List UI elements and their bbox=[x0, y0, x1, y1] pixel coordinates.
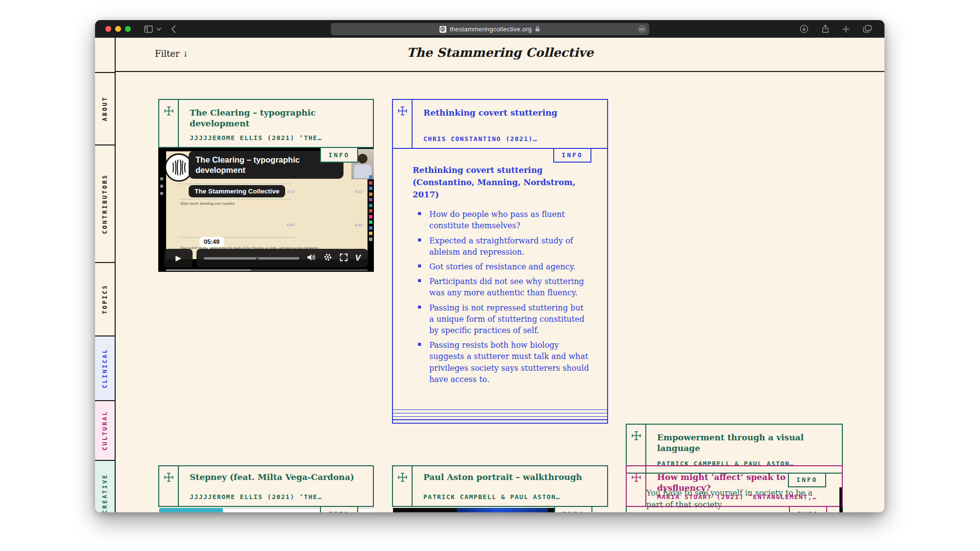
card-header: Paul Aston portrait – walkthrough PATRIC… bbox=[392, 465, 608, 507]
screenshare-scrollbar bbox=[166, 269, 368, 271]
settings-gear-icon[interactable] bbox=[323, 253, 332, 264]
app-sidebar-icons bbox=[160, 177, 163, 195]
list-item: Got stories of resistance and agency. bbox=[417, 261, 589, 272]
url-text: thestammeringcollective.org bbox=[450, 25, 532, 33]
list-item: Passing is not repressed stuttering but … bbox=[417, 302, 589, 336]
card-title[interactable]: Rethinking covert stuttering bbox=[423, 107, 600, 118]
document-text: flute start: blowing out candles bbox=[180, 202, 235, 206]
card-title[interactable]: Stepney (feat. Milta Vega-Cardona) bbox=[190, 472, 366, 482]
video-thumbnail-blue bbox=[457, 508, 548, 512]
fullscreen-icon[interactable] bbox=[340, 253, 348, 264]
info-tab[interactable]: INFO bbox=[788, 473, 826, 487]
card-title[interactable]: Empowerment through a visual language bbox=[657, 432, 809, 454]
video-thumbnail-dark bbox=[393, 508, 457, 512]
page-title: The Stammering Collective bbox=[116, 46, 884, 60]
expand-plus-icon[interactable] bbox=[393, 100, 413, 148]
document-annotation: 4′35″ bbox=[287, 190, 296, 194]
progress-bar[interactable] bbox=[204, 257, 299, 260]
card-footer-rules bbox=[393, 409, 607, 422]
reference-heading: Rethinking covert stuttering (Constantin… bbox=[413, 165, 589, 201]
category-rail: ABOUT CONTRIBUTORS TOPICS CLINICAL CULTU… bbox=[95, 38, 116, 512]
list-item: Expected a straightforward study of able… bbox=[417, 235, 589, 258]
document-rule bbox=[178, 184, 291, 184]
zoom-window-button[interactable] bbox=[125, 26, 131, 32]
card-title[interactable]: Paul Aston portrait – walkthrough bbox=[423, 472, 600, 482]
card-header: Stepney (feat. Milta Vega-Cardona) JJJJJ… bbox=[158, 465, 374, 507]
browser-titlebar: thestammeringcollective.org ⋯ bbox=[95, 20, 884, 38]
volume-icon[interactable] bbox=[307, 253, 316, 264]
expand-plus-icon[interactable] bbox=[159, 466, 179, 506]
card-the-clearing: The Clearing – typographic development J… bbox=[158, 99, 374, 272]
card-rethinking-covert-stuttering: Rethinking covert stuttering CHRIS CONST… bbox=[392, 99, 608, 424]
list-item: Passing resists both how biology suggest… bbox=[417, 339, 589, 385]
window-controls bbox=[105, 26, 131, 32]
expand-plus-icon[interactable] bbox=[159, 100, 179, 147]
card-scrollbar[interactable] bbox=[840, 507, 843, 512]
card-author: MARIA STUART (2021) ‘ENTANGLEMENT,… bbox=[657, 493, 835, 501]
document-rule bbox=[178, 237, 295, 238]
more-options-icon[interactable]: ⋯ bbox=[638, 25, 646, 33]
expand-plus-icon[interactable] bbox=[627, 466, 646, 506]
card-body: Rethinking covert stuttering (Constantin… bbox=[393, 149, 607, 385]
minimize-window-button[interactable] bbox=[115, 26, 121, 32]
document-annotation: 4′35″ bbox=[355, 190, 364, 194]
play-button[interactable]: ▶ bbox=[164, 249, 193, 267]
sidebar-item-clinical[interactable]: CLINICAL bbox=[95, 336, 115, 401]
info-tab[interactable]: INFO bbox=[789, 507, 827, 512]
timestamp-tooltip: 05:49 bbox=[199, 237, 224, 247]
card-author: CHRIS CONSTANTINO (2021)… bbox=[423, 135, 600, 143]
pdf-annotation-icons bbox=[369, 175, 372, 241]
vimeo-player[interactable]: and the process, that 4′35″ 4′35″ flute … bbox=[158, 148, 374, 272]
sidebar-item-contributors[interactable]: CONTRIBUTORS bbox=[95, 145, 115, 263]
sidebar-item-creative[interactable]: CREATIVE bbox=[95, 461, 115, 512]
toolbar-right-icons bbox=[800, 20, 872, 38]
downloads-icon[interactable] bbox=[800, 24, 808, 33]
card-author: PATRICK CAMPBELL & PAUL ASTON… bbox=[423, 493, 600, 501]
vimeo-logo-icon[interactable]: V bbox=[355, 253, 361, 263]
card-header: Rethinking covert stuttering CHRIS CONST… bbox=[393, 100, 607, 149]
card-title[interactable]: The Clearing – typographic development bbox=[190, 107, 366, 129]
card-author: JJJJJEROME ELLIS (2021) ‘THE… bbox=[190, 134, 366, 142]
share-icon[interactable] bbox=[822, 24, 829, 33]
player-controls: ▶ V bbox=[164, 249, 368, 267]
card-author: JJJJJEROME ELLIS (2021) ‘THE… bbox=[190, 493, 366, 501]
lock-icon bbox=[535, 25, 540, 34]
document-annotation: 6′45″ bbox=[287, 223, 296, 227]
sidebar-toggle-icon[interactable] bbox=[144, 25, 153, 33]
info-tab[interactable]: INFO bbox=[320, 148, 358, 163]
bullet-list: How do people who pass as fluent constit… bbox=[417, 209, 589, 385]
info-tab[interactable]: INFO bbox=[320, 507, 358, 512]
list-item: Participants did not see why stuttering … bbox=[417, 276, 589, 298]
back-button-icon[interactable] bbox=[171, 25, 176, 33]
list-item: How do people who pass as fluent constit… bbox=[417, 209, 589, 231]
video-byline-overlay: The Stammering Collective bbox=[189, 185, 285, 197]
document-annotation: 6′45″ bbox=[355, 223, 364, 227]
card-grid: The Clearing – typographic development J… bbox=[116, 72, 884, 512]
page-header: Filter ↓ The Stammering Collective bbox=[116, 38, 884, 72]
safari-window: thestammeringcollective.org ⋯ bbox=[95, 20, 884, 512]
chevron-down-icon[interactable] bbox=[156, 27, 161, 31]
sidebar-item-about[interactable]: ABOUT bbox=[95, 72, 115, 145]
info-tab[interactable]: INFO bbox=[554, 507, 592, 512]
soundcloud-artwork bbox=[159, 508, 223, 512]
document-rule bbox=[178, 199, 291, 199]
expand-plus-icon[interactable] bbox=[393, 466, 413, 506]
site-favicon-icon bbox=[440, 26, 446, 33]
address-bar[interactable]: thestammeringcollective.org ⋯ bbox=[331, 23, 649, 35]
new-tab-icon[interactable] bbox=[842, 25, 850, 33]
close-window-button[interactable] bbox=[105, 26, 111, 32]
tab-overview-icon[interactable] bbox=[863, 25, 872, 33]
info-tab[interactable]: INFO bbox=[553, 148, 591, 163]
card-header: The Clearing – typographic development J… bbox=[158, 99, 374, 148]
sidebar-item-topics[interactable]: TOPICS bbox=[95, 263, 115, 336]
card-paul-aston-walkthrough: Paul Aston portrait – walkthrough PATRIC… bbox=[392, 465, 608, 512]
sidebar-item-cultural[interactable]: CULTURAL bbox=[95, 401, 115, 461]
card-stepney: Stepney (feat. Milta Vega-Cardona) JJJJJ… bbox=[158, 465, 374, 512]
page-content: ABOUT CONTRIBUTORS TOPICS CLINICAL CULTU… bbox=[95, 38, 884, 512]
